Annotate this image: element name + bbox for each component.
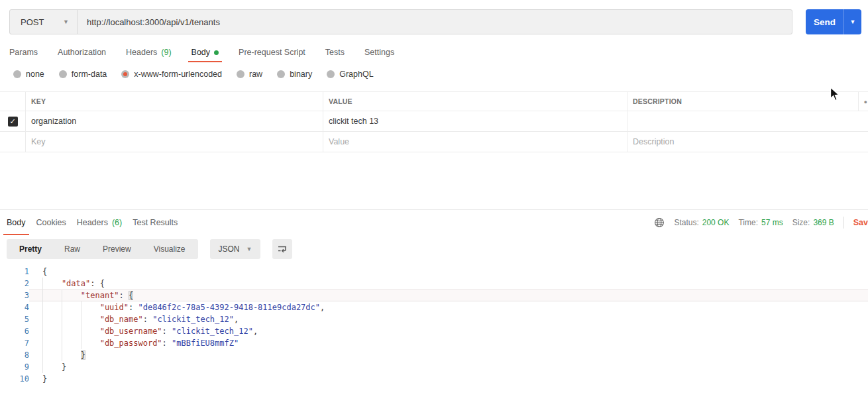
tab-label: Params [9,48,38,57]
indent-guide [62,301,81,313]
table-placeholder-row: Key Value Description [0,132,868,152]
body-mode-form-data[interactable]: form-data [59,70,107,79]
token-key: "db_password" [100,339,162,348]
token-key: "db_username" [100,327,162,336]
tab-params[interactable]: Params [9,42,38,62]
tab-label: Pre-request Script [239,48,305,57]
response-tabs: BodyCookiesHeaders(6)Test Results [7,210,178,235]
description-cell[interactable] [627,111,858,131]
body-mode-radios: noneform-datax-www-form-urlencodedrawbin… [0,62,868,86]
description-input-placeholder[interactable]: Description [627,132,858,152]
body-mode-raw[interactable]: raw [237,70,262,79]
view-tab-raw[interactable]: Raw [53,239,91,259]
indent-guide [81,337,100,349]
bulk-edit-menu-icon[interactable]: • [858,92,868,111]
tab-label: Headers [126,48,157,57]
response-tab-body[interactable]: Body [7,210,26,235]
send-button[interactable]: Send [806,9,843,34]
token-pn: : [162,327,172,336]
chevron-down-icon: ▼ [246,246,252,252]
time-badge: Time: 57 ms [738,218,783,227]
select-all-cell [0,92,25,111]
url-group: POST ▼ [9,9,792,34]
wrap-text-button[interactable] [272,239,292,259]
size-badge: Size: 369 B [792,218,834,227]
response-tab-headers[interactable]: Headers(6) [77,210,123,235]
tab-count-badge: (9) [161,48,171,57]
indent-guide [81,313,100,325]
view-tab-visualize[interactable]: Visualize [142,239,197,259]
tab-tests[interactable]: Tests [325,42,345,62]
send-options-button[interactable]: ▼ [843,9,861,34]
save-response-button[interactable]: Sav [853,218,868,227]
globe-icon[interactable] [654,217,665,228]
url-input[interactable] [78,10,792,34]
row-select-cell [0,132,25,152]
token-str: "mBBfiEU8mmfZ" [172,339,239,348]
line-number: 8 [0,349,29,361]
body-mode-x-www-form-urlencoded[interactable]: x-www-form-urlencoded [121,70,222,79]
tab-headers[interactable]: Headers(9) [126,42,172,62]
tab-pre-request-script[interactable]: Pre-request Script [239,42,305,62]
code-line: 4"uuid": "de846f2c-78a5-4392-9418-811e9c… [0,301,868,313]
body-mode-none[interactable]: none [13,70,44,79]
token-key: "uuid" [100,303,129,312]
token-key: "tenant" [81,291,119,300]
indent-guide [42,278,62,289]
body-mode-binary[interactable]: binary [277,70,312,79]
token-pn: } [42,374,47,384]
body-mode-graphql[interactable]: GraphQL [327,70,373,79]
token-pn: : { [90,279,105,288]
code-line: 9} [0,361,868,373]
tab-count-badge: (6) [112,218,122,227]
line-content: } [29,349,868,361]
line-content: "db_username": "clickit_tech_12", [29,325,868,337]
row-checkbox[interactable]: ✓ [8,117,18,127]
radio-icon [121,70,129,78]
indent-guide [42,301,62,313]
tab-settings[interactable]: Settings [364,42,394,62]
view-tab-pretty[interactable]: Pretty [8,239,53,259]
response-tab-test-results[interactable]: Test Results [133,210,178,235]
token-key: "data" [62,279,90,288]
radio-icon [237,70,244,78]
radio-label: form-data [72,70,107,79]
response-header: BodyCookiesHeaders(6)Test Results Status… [0,210,868,235]
view-tab-preview[interactable]: Preview [91,239,142,259]
token-pn: : [119,291,129,300]
token-pn: : [143,315,152,324]
response-tab-cookies[interactable]: Cookies [36,210,66,235]
line-content: "uuid": "de846f2c-78a5-4392-9418-811e9cd… [29,301,868,313]
line-number: 2 [0,278,29,289]
code-line: 7"db_password": "mBBfiEU8mmfZ" [0,337,868,349]
radio-label: GraphQL [339,70,373,79]
code-line: 6"db_username": "clickit_tech_12", [0,325,868,337]
format-dropdown[interactable]: JSON ▼ [210,239,261,259]
key-column-header: KEY [25,92,323,111]
request-tabs: ParamsAuthorizationHeaders(9)BodyPre-req… [0,42,868,62]
value-input-placeholder[interactable]: Value [323,132,627,152]
tab-body[interactable]: Body [191,42,219,62]
line-number: 4 [0,301,29,313]
token-str: "de846f2c-78a5-4392-9418-811e9cda27dc" [138,303,320,312]
value-cell[interactable]: clickit tech 13 [323,111,627,131]
token-pn: { [129,291,133,300]
table-row: ✓ organization clickit tech 13 [0,111,868,132]
tab-authorization[interactable]: Authorization [58,42,106,62]
radio-label: raw [249,70,262,79]
value-column-header: VALUE [323,92,627,111]
indent-guide [42,349,62,361]
radio-icon [327,70,335,78]
view-mode-segmented-control: PrettyRawPreviewVisualize [7,239,198,259]
key-cell[interactable]: organization [25,111,323,131]
key-input-placeholder[interactable]: Key [25,132,323,152]
token-key: "db_name" [100,315,143,324]
line-number: 10 [0,373,29,385]
line-number: 6 [0,325,29,337]
line-content: "tenant": { [29,289,868,301]
response-body-code[interactable]: 1{2"data": {3"tenant": {4"uuid": "de846f… [0,266,868,385]
tab-label: Cookies [36,218,66,227]
description-column-header: DESCRIPTION [627,92,858,111]
method-dropdown[interactable]: POST ▼ [10,10,78,34]
indent-guide [42,325,62,337]
